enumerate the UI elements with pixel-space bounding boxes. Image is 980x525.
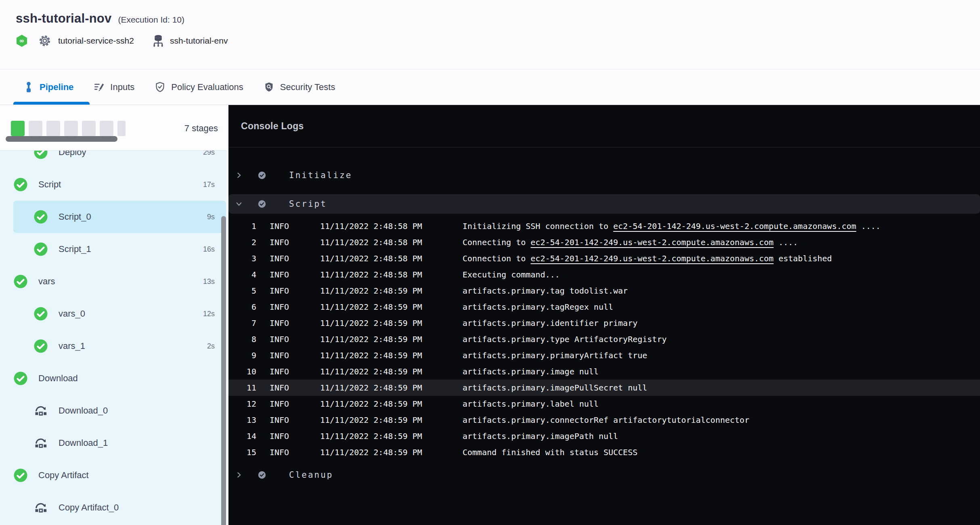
log-message: artifacts.primary.identifier primary [463, 315, 980, 331]
log-hostname-link[interactable]: ec2-54-201-142-249.us-west-2.compute.ama… [531, 254, 774, 263]
log-line-13[interactable]: 13INFO11/11/2022 2:48:59 PMartifacts.pri… [228, 412, 980, 428]
active-tab-underline [13, 102, 90, 105]
stage-label: vars_0 [59, 309, 203, 319]
stage-label: Download_1 [59, 438, 215, 448]
stage-segment-complete [11, 121, 25, 136]
log-line-14[interactable]: 14INFO11/11/2022 2:48:59 PMartifacts.pri… [228, 428, 980, 444]
stage-row-vars[interactable]: vars13s [0, 265, 227, 298]
log-level: INFO [256, 267, 320, 283]
log-message: artifacts.primary.imagePath null [463, 428, 980, 444]
stage-row-deploy[interactable]: Deploy29s [0, 151, 227, 168]
stage-duration: 13s [203, 277, 215, 286]
vertical-scrollbar[interactable] [221, 216, 226, 525]
log-timestamp: 11/11/2022 2:48:59 PM [320, 347, 463, 363]
stage-row-script-0[interactable]: Script_09s [13, 201, 226, 233]
log-timestamp: 11/11/2022 2:48:59 PM [320, 299, 463, 315]
step-group-icon [34, 500, 48, 515]
stage-row-download[interactable]: Download [0, 362, 227, 395]
log-line-11[interactable]: 11INFO11/11/2022 2:48:59 PMartifacts.pri… [228, 380, 980, 396]
stage-label: Copy Artifact [38, 470, 215, 481]
stage-row-download-1[interactable]: Download_1 [0, 427, 227, 459]
log-line-6[interactable]: 6INFO11/11/2022 2:48:59 PMartifacts.prim… [228, 299, 980, 315]
stage-duration: 12s [203, 310, 215, 318]
tab-pipeline[interactable]: Pipeline [23, 82, 73, 93]
service-name[interactable]: tutorial-service-ssh2 [58, 36, 134, 46]
log-timestamp: 11/11/2022 2:48:59 PM [320, 363, 463, 380]
stage-label: Script [38, 179, 203, 190]
log-level: INFO [256, 347, 320, 363]
stage-label: Copy Artifact_0 [59, 502, 215, 513]
stage-row-download-0[interactable]: Download_0 [0, 395, 227, 427]
log-line-number: 3 [228, 250, 256, 267]
log-level: INFO [256, 234, 320, 250]
log-line-number: 13 [228, 412, 256, 428]
log-section-cleanup[interactable]: Cleanup [228, 465, 980, 485]
stage-label: Download [38, 373, 215, 384]
inputs-icon [94, 82, 105, 92]
log-line-number: 15 [228, 444, 256, 460]
stage-duration: 9s [207, 213, 215, 221]
success-check-icon [13, 468, 28, 483]
log-line-1[interactable]: 1INFO11/11/2022 2:48:58 PMInitializing S… [228, 218, 980, 234]
log-lines: 1INFO11/11/2022 2:48:58 PMInitializing S… [228, 218, 980, 460]
log-message: artifacts.primary.imagePullSecret null [463, 380, 980, 396]
stage-segment-pending [82, 121, 96, 136]
tab-policy-evaluations[interactable]: Policy Evaluations [155, 82, 243, 92]
log-line-9[interactable]: 9INFO11/11/2022 2:48:59 PMartifacts.prim… [228, 347, 980, 363]
log-line-4[interactable]: 4INFO11/11/2022 2:48:58 PMExecuting comm… [228, 267, 980, 283]
log-line-5[interactable]: 5INFO11/11/2022 2:48:59 PMartifacts.prim… [228, 283, 980, 299]
stage-row-vars-1[interactable]: vars_12s [0, 330, 227, 362]
chevron-down-icon[interactable] [236, 201, 242, 207]
tab-inputs[interactable]: Inputs [94, 82, 134, 92]
log-line-3[interactable]: 3INFO11/11/2022 2:48:58 PMConnection to … [228, 250, 980, 267]
stage-segment-pending [29, 121, 42, 136]
log-message: Connection to ec2-54-201-142-249.us-west… [463, 250, 980, 267]
section-name: Initialize [289, 170, 352, 180]
stage-duration: 2s [207, 342, 215, 351]
log-line-number: 12 [228, 396, 256, 412]
log-line-12[interactable]: 12INFO11/11/2022 2:48:59 PMartifacts.pri… [228, 396, 980, 412]
log-timestamp: 11/11/2022 2:48:59 PM [320, 428, 463, 444]
log-line-10[interactable]: 10INFO11/11/2022 2:48:59 PMartifacts.pri… [228, 363, 980, 380]
success-check-icon [34, 151, 48, 160]
success-check-icon [13, 274, 28, 289]
horizontal-scrollbar[interactable] [6, 136, 117, 142]
log-line-number: 5 [228, 283, 256, 299]
log-line-15[interactable]: 15INFO11/11/2022 2:48:59 PMCommand finis… [228, 444, 980, 460]
stage-row-vars-0[interactable]: vars_012s [0, 298, 227, 330]
success-check-icon [34, 307, 48, 321]
environment-name[interactable]: ssh-tutorial-env [170, 36, 228, 46]
log-level: INFO [256, 315, 320, 331]
stages-count-label: 7 stages [184, 121, 218, 136]
log-message: Initializing SSH connection to ec2-54-20… [463, 218, 980, 234]
stage-segment-pending [64, 121, 78, 136]
log-line-number: 11 [228, 380, 256, 396]
stage-row-script-1[interactable]: Script_116s [0, 233, 227, 265]
chevron-right-icon[interactable] [236, 172, 242, 178]
tab-security-tests[interactable]: Security Tests [264, 82, 335, 92]
log-message: artifacts.primary.tagRegex null [463, 299, 980, 315]
log-hostname-link[interactable]: ec2-54-201-142-249.us-west-2.compute.ama… [613, 221, 856, 231]
svg-text:∞: ∞ [19, 37, 25, 44]
stage-row-script[interactable]: Script17s [0, 168, 227, 201]
stage-list: Deploy29sScript17sScript_09sScript_116sv… [0, 151, 227, 525]
tab-label: Inputs [110, 82, 134, 92]
log-line-8[interactable]: 8INFO11/11/2022 2:48:59 PMartifacts.prim… [228, 331, 980, 347]
environment-icon [152, 34, 164, 48]
stage-row-copy-artifact-0[interactable]: Copy Artifact_0 [0, 491, 227, 524]
log-level: INFO [256, 380, 320, 396]
stage-duration: 17s [203, 181, 215, 189]
log-line-7[interactable]: 7INFO11/11/2022 2:48:59 PMartifacts.prim… [228, 315, 980, 331]
stage-row-copy-artifact[interactable]: Copy Artifact [0, 459, 227, 491]
log-level: INFO [256, 250, 320, 267]
log-message: artifacts.primary.tag todolist.war [463, 283, 980, 299]
log-hostname-link[interactable]: ec2-54-201-142-249.us-west-2.compute.ama… [531, 237, 774, 247]
log-section-initialize[interactable]: Initialize [228, 166, 980, 185]
step-group-icon [34, 436, 48, 450]
log-level: INFO [256, 444, 320, 460]
log-message: artifacts.primary.type ArtifactoryRegist… [463, 331, 980, 347]
chevron-right-icon[interactable] [236, 472, 242, 478]
log-line-2[interactable]: 2INFO11/11/2022 2:48:58 PMConnecting to … [228, 234, 980, 250]
log-level: INFO [256, 283, 320, 299]
log-section-script[interactable]: Script [228, 194, 980, 214]
